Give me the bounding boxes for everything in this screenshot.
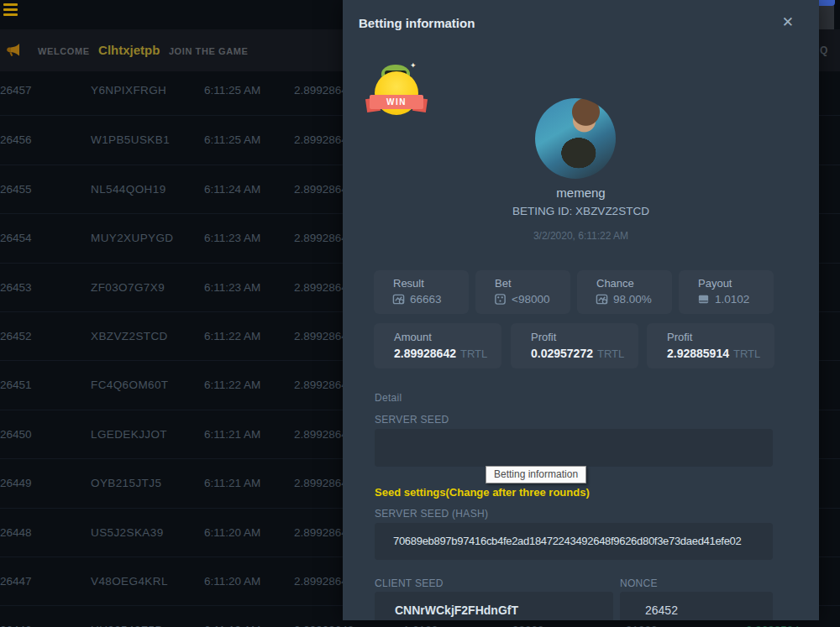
server-seed-hash-label: SERVER SEED (HASH)	[375, 508, 488, 520]
player-cell: LGEDEKJJOT	[91, 410, 167, 459]
faq-partial-text: Q	[820, 29, 827, 71]
dice-icon	[494, 293, 507, 306]
player-cell: MUY2XUPYGD	[91, 214, 174, 263]
stat-bet: Bet <98000	[475, 270, 570, 314]
banner-username: Clhtxjetpb	[98, 43, 160, 57]
bet-id-cell: 26454	[0, 214, 32, 263]
bet-id-cell: 26455	[0, 165, 32, 214]
time-cell: 6:11:20 AM	[204, 509, 260, 557]
stat-label: Chance	[596, 277, 634, 290]
chart-check-icon	[392, 293, 405, 306]
amount-box: Amount 2.89928642TRTL	[374, 323, 501, 368]
time-cell: 6:11:25 AM	[204, 116, 260, 165]
betting-app-screen: WELCOME Clhtxjetpb JOIN THE GAME Q 26457…	[0, 0, 840, 627]
player-cell: UU22542F5B	[91, 606, 163, 627]
currency-label: TRTL	[597, 347, 624, 360]
win-badge-icon: ✦ WIN	[368, 63, 427, 117]
megaphone-icon	[5, 42, 21, 58]
bet-id-cell: 26451	[0, 361, 32, 410]
bet-id-cell: 26446	[0, 606, 32, 627]
close-icon[interactable]: ✕	[782, 15, 794, 29]
bet-id-cell: 26450	[0, 410, 32, 459]
player-cell: OYB215JTJ5	[91, 459, 161, 508]
player-cell: ZF03O7G7X9	[91, 264, 165, 312]
betting-information-modal: Betting information ✕ ✦ WIN memeng BETIN…	[343, 0, 819, 620]
server-seed-label: SERVER SEED	[375, 414, 449, 426]
time-cell: 6:11:25 AM	[204, 66, 260, 115]
bet-id-cell: 26456	[0, 116, 32, 165]
win-ribbon-label: WIN	[370, 95, 423, 109]
profit-label: Profit	[531, 331, 556, 343]
menu-icon[interactable]	[3, 3, 18, 17]
player-cell: V48OEG4KRL	[91, 557, 168, 606]
nonce-field[interactable]: 26452	[620, 592, 773, 620]
amount-value: 2.89928642	[394, 347, 456, 360]
bet-timestamp: 3/2/2020, 6:11:22 AM	[343, 230, 819, 242]
bet-id-cell: 26448	[0, 509, 32, 557]
profit-box: Profit 0.02957272TRTL	[511, 323, 638, 368]
client-seed-label: CLIENT SEED	[375, 577, 444, 589]
player-cell: Y6NPIXFRGH	[91, 66, 166, 115]
welcome-prefix: WELCOME	[38, 46, 90, 56]
betting-id: BETING ID: XBZVZ2STCD	[343, 205, 819, 217]
bet-id-cell: 26449	[0, 459, 32, 508]
nonce-label: NONCE	[620, 577, 658, 589]
modal-title: Betting information	[359, 16, 475, 30]
player-cell: FC4Q6OM60T	[91, 361, 169, 410]
seed-settings-note: Seed settings(Change after three rounds)	[375, 486, 590, 499]
time-cell: 6:11:22 AM	[204, 361, 260, 410]
player-cell: US5J2SKA39	[91, 509, 164, 557]
detail-label: Detail	[375, 392, 402, 404]
stat-result: Result 66663	[374, 270, 469, 314]
stat-value: 1.0102	[715, 293, 749, 306]
server-seed-hash-field[interactable]: 70689eb897b97416cb4fe2ad18472243492648f9…	[375, 523, 773, 560]
bet-id-cell: 26453	[0, 264, 32, 312]
bet-id-cell: 26457	[0, 66, 32, 115]
profit-value: 0.02957272	[531, 347, 593, 360]
sparkle-icon: ✦	[410, 61, 417, 70]
player-cell: XBZVZ2STCD	[91, 312, 168, 361]
book-icon	[697, 293, 710, 306]
player-cell: NL544QOH19	[91, 165, 166, 214]
stat-value: 98.00%	[613, 293, 652, 306]
chart-check-icon	[596, 293, 608, 306]
time-cell: 6:11:23 AM	[204, 214, 260, 263]
welcome-suffix: JOIN THE GAME	[169, 46, 249, 56]
time-cell: 6:11:19 AM	[204, 606, 260, 627]
stat-value: 66663	[410, 293, 442, 306]
time-cell: 6:11:21 AM	[204, 459, 260, 508]
player-cell: W1PB5USKB1	[91, 116, 170, 165]
bet-id-cell: 26447	[0, 557, 32, 606]
currency-label: TRTL	[733, 347, 760, 360]
stat-value: <98000	[512, 293, 549, 306]
stat-payout: Payout 1.0102	[679, 270, 774, 314]
time-cell: 6:11:23 AM	[204, 264, 260, 312]
currency-label: TRTL	[460, 347, 487, 360]
server-seed-field[interactable]	[375, 429, 773, 467]
time-cell: 6:11:21 AM	[204, 410, 260, 459]
stat-label: Bet	[495, 277, 512, 290]
stat-label: Payout	[698, 277, 732, 290]
amount-label: Amount	[394, 331, 432, 343]
profit-value: 2.92885914	[667, 347, 729, 360]
time-cell: 6:11:22 AM	[204, 312, 260, 361]
player-name: memeng	[343, 185, 819, 200]
client-seed-field[interactable]: CNNrWCkjF2FHdnGfT	[375, 592, 613, 620]
tooltip: Betting information	[486, 466, 586, 483]
total-profit-box: Profit 2.92885914TRTL	[647, 323, 774, 368]
stat-chance: Chance 98.00%	[577, 270, 672, 314]
stat-label: Result	[393, 277, 424, 290]
time-cell: 6:11:20 AM	[204, 557, 260, 606]
bet-id-cell: 26452	[0, 312, 32, 361]
avatar	[535, 98, 616, 179]
profit-label: Profit	[667, 331, 692, 343]
time-cell: 6:11:24 AM	[204, 165, 260, 214]
